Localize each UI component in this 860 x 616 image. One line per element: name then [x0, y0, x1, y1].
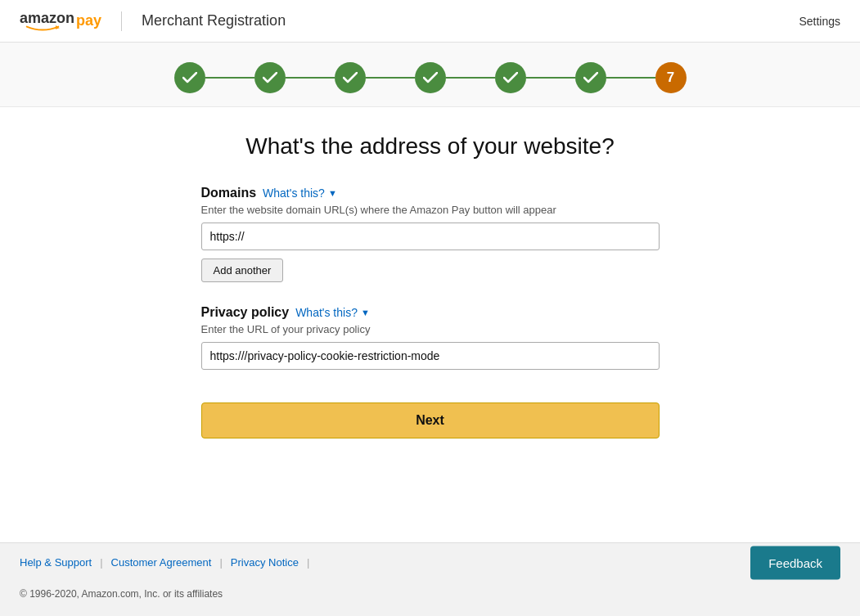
step-7-current: 7 — [655, 62, 687, 93]
privacy-policy-description: Enter the URL of your privacy policy — [201, 323, 660, 335]
domains-description: Enter the website domain URL(s) where th… — [201, 204, 660, 216]
step-line-6 — [606, 77, 655, 79]
domains-whats-this[interactable]: What's this? ▼ — [263, 187, 337, 200]
step-1 — [174, 62, 205, 93]
checkmark-icon — [583, 72, 598, 83]
privacy-policy-label-row: Privacy policy What's this? ▼ — [201, 305, 660, 320]
footer-link-customer-agreement[interactable]: Customer Agreement — [111, 556, 212, 569]
logo-amazon-text: amazon — [20, 10, 74, 27]
privacy-policy-label: Privacy policy — [201, 305, 290, 320]
checkmark-icon — [343, 72, 358, 83]
step-line-4 — [446, 77, 495, 79]
step-6 — [575, 62, 606, 93]
step-line-5 — [526, 77, 575, 79]
footer-links-row: Help & Support | Customer Agreement | Pr… — [0, 543, 860, 582]
footer-sep-2: | — [219, 556, 222, 569]
step-2 — [254, 62, 286, 93]
header-divider — [121, 11, 122, 31]
header-title: Merchant Registration — [142, 12, 286, 29]
svg-marker-0 — [56, 25, 60, 29]
checkmark-icon — [423, 72, 438, 83]
chevron-down-icon: ▼ — [328, 188, 337, 198]
privacy-policy-input[interactable] — [201, 342, 660, 370]
page-title: What's the address of your website? — [245, 133, 614, 160]
step-3 — [335, 62, 366, 93]
step-wrapper: 7 — [174, 62, 687, 93]
checkmark-icon — [263, 72, 277, 83]
progress-bar: 7 — [0, 43, 860, 107]
checkmark-icon — [182, 72, 197, 83]
domains-section: Domains What's this? ▼ Enter the website… — [201, 186, 660, 282]
domains-label: Domains — [201, 186, 257, 200]
add-another-button[interactable]: Add another — [201, 259, 284, 282]
privacy-policy-section: Privacy policy What's this? ▼ Enter the … — [201, 305, 660, 370]
next-button[interactable]: Next — [201, 402, 660, 438]
logo-pay-text: pay — [76, 12, 101, 29]
header: amazon pay Merchant Registration Setting… — [0, 0, 860, 43]
step-5 — [495, 62, 526, 93]
footer-link-privacy-notice[interactable]: Privacy Notice — [231, 556, 299, 569]
next-button-wrapper: Next — [201, 402, 660, 438]
footer-link-help-support[interactable]: Help & Support — [20, 556, 92, 569]
step-4 — [415, 62, 446, 93]
header-left: amazon pay Merchant Registration — [20, 10, 286, 32]
domains-label-row: Domains What's this? ▼ — [201, 186, 660, 200]
step-line-2 — [286, 77, 335, 79]
smile-icon — [21, 25, 64, 32]
main-content: What's the address of your website? Doma… — [0, 107, 860, 542]
footer-sep-1: | — [100, 556, 102, 569]
privacy-policy-whats-this[interactable]: What's this? ▼ — [295, 306, 370, 319]
step-line-3 — [366, 77, 415, 79]
feedback-button[interactable]: Feedback — [750, 546, 840, 579]
footer-sep-3: | — [307, 556, 309, 569]
checkmark-icon — [503, 72, 518, 83]
chevron-down-icon: ▼ — [361, 308, 370, 317]
amazon-pay-logo: amazon pay — [20, 10, 101, 32]
step-line-1 — [205, 77, 254, 79]
footer: Help & Support | Customer Agreement | Pr… — [0, 542, 860, 616]
logo-amazon-container: amazon — [20, 10, 74, 32]
settings-link[interactable]: Settings — [799, 15, 840, 28]
step-7-label: 7 — [667, 70, 674, 86]
footer-copyright: © 1996-2020, Amazon.com, Inc. or its aff… — [0, 582, 860, 616]
domains-input[interactable] — [201, 223, 660, 250]
